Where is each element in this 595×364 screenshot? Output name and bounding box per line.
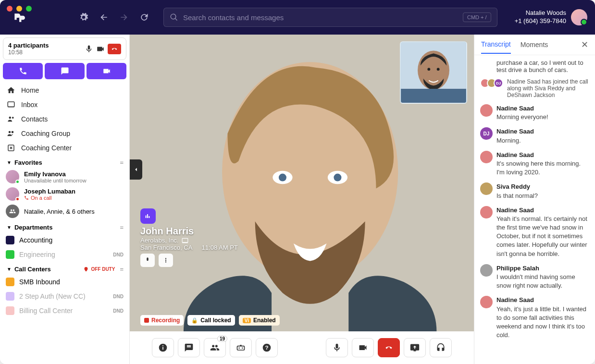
off-duty-badge: OFF DUTY: [83, 267, 115, 272]
svg-point-2: [12, 117, 14, 119]
refresh-icon[interactable]: [139, 12, 149, 22]
svg-point-3: [9, 131, 11, 133]
mic-icon[interactable]: [85, 45, 93, 53]
svg-point-26: [162, 345, 163, 346]
svg-rect-25: [162, 347, 163, 350]
screenshare-button[interactable]: [404, 338, 426, 357]
nav-group[interactable]: Coaching Group: [0, 126, 129, 141]
favorite-item[interactable]: Joseph LumabanOn a call: [0, 185, 129, 203]
end-call-button[interactable]: [108, 44, 121, 54]
transcript-message: DJNadine SaadMorning.: [480, 127, 589, 145]
svg-rect-18: [147, 214, 148, 218]
departments-header[interactable]: ▼Departments =: [0, 220, 129, 233]
svg-text:?: ?: [265, 344, 268, 351]
vi-pill: ViEnabled: [239, 315, 280, 326]
close-icon[interactable]: ✕: [581, 39, 588, 55]
vi-badge: [140, 208, 156, 224]
svg-point-22: [165, 260, 166, 261]
callcenter-item[interactable]: Billing Call CenterDND: [0, 303, 129, 318]
caller-mic-button[interactable]: [140, 254, 155, 267]
info-button[interactable]: [152, 338, 174, 357]
help-button[interactable]: ?: [256, 338, 278, 357]
svg-rect-27: [237, 346, 245, 350]
current-user[interactable]: Natalie Woods +1 (604) 359-7840: [515, 9, 587, 25]
department-item[interactable]: EngineeringDND: [0, 247, 129, 262]
chat-button[interactable]: [178, 338, 200, 357]
video-area: John Harris Aerolabs, Inc. San Francisco…: [130, 35, 474, 331]
nav-home[interactable]: Home: [0, 83, 129, 97]
caller-more-button[interactable]: [159, 254, 173, 267]
shortcut-badge: CMD + /: [463, 12, 491, 22]
tab-moments[interactable]: Moments: [521, 41, 548, 53]
department-item[interactable]: Accounting: [0, 233, 129, 247]
hangup-button[interactable]: [378, 338, 400, 357]
caller-info: John Harris Aerolabs, Inc. San Francisco…: [140, 226, 238, 251]
svg-rect-16: [401, 89, 466, 103]
collapse-sidebar-button[interactable]: [130, 159, 142, 180]
headset-button[interactable]: [430, 338, 452, 357]
avatar: [571, 9, 587, 25]
forward-icon: [119, 12, 129, 22]
dialpad-button[interactable]: [230, 338, 252, 357]
svg-point-11: [334, 174, 341, 182]
recording-pill: Recording: [140, 315, 184, 326]
video-button[interactable]: [87, 63, 126, 79]
group-item[interactable]: Natalie, Annie, & 6 others: [0, 203, 129, 220]
callcenter-item[interactable]: SMB Inbound: [0, 275, 129, 289]
sidebar: 4 participants 10:58 HomeInboxContactsCo…: [0, 35, 130, 364]
pip-video[interactable]: [400, 41, 467, 104]
svg-point-23: [165, 261, 166, 262]
svg-rect-0: [8, 102, 14, 107]
transcript-message: Siva ReddyIs that normal?: [480, 182, 589, 200]
callcenters-header[interactable]: ▼Call Centers OFF DUTY =: [0, 262, 129, 275]
transcript-message: Nadine SaadIt's snowing here this mornin…: [480, 151, 589, 177]
transcript-message: Nadine SaadYeah it's normal. It's certai…: [480, 206, 589, 258]
locked-pill: 🔒Call locked: [187, 315, 235, 326]
callcenter-item[interactable]: 2 Step Auth (New CC)DND: [0, 289, 129, 303]
message-button[interactable]: [45, 63, 85, 79]
svg-point-14: [427, 68, 430, 71]
search-icon: [170, 13, 178, 22]
mute-button[interactable]: [326, 338, 348, 357]
svg-point-29: [242, 348, 243, 349]
svg-point-1: [9, 117, 12, 119]
svg-point-21: [165, 258, 166, 259]
transcript-message: Philippe SalahI wouldn't mind having som…: [480, 264, 589, 291]
brand-logo: [12, 12, 25, 27]
tab-transcript[interactable]: Transcript: [481, 40, 511, 54]
svg-point-15: [437, 68, 440, 71]
svg-rect-19: [149, 216, 149, 218]
call-toolbar: 19 ?: [130, 331, 474, 364]
transcript-panel: Transcript Moments ✕ purchase a car, so …: [474, 35, 595, 364]
svg-point-9: [279, 174, 286, 182]
svg-rect-30: [240, 345, 241, 346]
transcript-message: Nadine SaadYeah, it's just a little bit.…: [480, 296, 589, 340]
nav-center[interactable]: Coaching Center: [0, 141, 129, 155]
camera-button[interactable]: [352, 338, 374, 357]
search-input[interactable]: CMD + /: [163, 8, 497, 27]
active-call-card[interactable]: 4 participants 10:58: [3, 37, 126, 60]
user-phone: +1 (604) 359-7840: [515, 17, 566, 25]
nav-inbox[interactable]: Inbox: [0, 97, 129, 112]
svg-point-4: [12, 131, 14, 133]
back-icon[interactable]: [99, 12, 109, 22]
settings-icon[interactable]: [79, 12, 88, 22]
participants-button[interactable]: 19: [204, 338, 226, 357]
join-event: DJNadine Saad has joined the call along …: [480, 78, 589, 98]
nav-contacts[interactable]: Contacts: [0, 112, 129, 126]
svg-point-28: [238, 348, 240, 349]
main: John Harris Aerolabs, Inc. San Francisco…: [130, 35, 474, 364]
video-icon[interactable]: [96, 45, 105, 53]
user-name: Natalie Woods: [515, 9, 566, 17]
svg-rect-17: [146, 216, 147, 218]
header: CMD + / Natalie Woods +1 (604) 359-7840: [0, 0, 595, 35]
transcript-message: Nadine SaadMorning everyone!: [480, 104, 589, 121]
svg-rect-20: [182, 238, 188, 242]
window-controls[interactable]: [7, 6, 32, 12]
favorite-item[interactable]: Emily IvanovaUnavailable until tomorrow: [0, 168, 129, 185]
call-button[interactable]: [3, 63, 43, 79]
favorites-header[interactable]: ▼Favorites =: [0, 155, 129, 168]
